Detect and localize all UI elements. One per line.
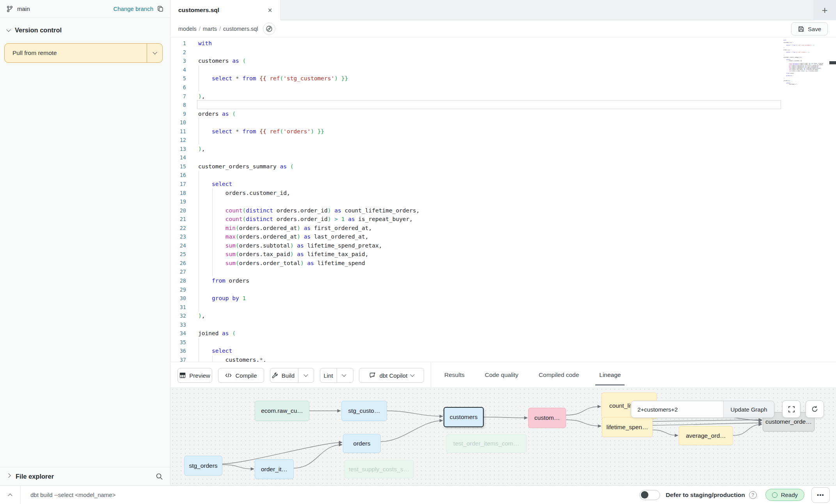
code-line[interactable]: 31 (170, 302, 836, 311)
help-icon[interactable]: ? (749, 491, 757, 499)
lineage-node-lifespend[interactable]: lifetime_spen… (602, 417, 653, 437)
lineage-node-ecom[interactable]: ecom.raw_cu… (255, 401, 309, 421)
fullscreen-button[interactable] (782, 400, 801, 418)
code-line[interactable]: customers.*, (783, 84, 823, 85)
code-line[interactable]: 27 (170, 267, 836, 276)
more-options-button[interactable]: ••• (811, 487, 830, 503)
build-button[interactable]: Build (270, 368, 314, 383)
pull-from-remote-label: Pull from remote (5, 50, 147, 57)
code-line[interactable]: 3customers as ( (170, 57, 836, 65)
code-line[interactable]: 5 select * from {{ ref('stg_customers') … (170, 74, 836, 83)
code-line[interactable]: 32), (170, 311, 836, 320)
tab-results[interactable]: Results (444, 363, 465, 387)
lint-dropdown-toggle[interactable] (337, 368, 351, 382)
defer-toggle[interactable] (639, 490, 660, 500)
code-line[interactable]: 28 from orders (170, 276, 836, 285)
code-line[interactable]: 15customer_orders_summary as ( (170, 162, 836, 171)
code-line[interactable]: 25 sum(orders.tax_paid) as lifetime_tax_… (170, 250, 836, 259)
code-text: joined as ( (783, 80, 791, 81)
code-line[interactable]: 22 min(orders.ordered_at) as first_order… (170, 223, 836, 232)
code-line[interactable]: 36 select (170, 347, 836, 355)
breadcrumb: models/marts/customers.sql (178, 26, 258, 32)
lineage-node-testsc[interactable]: test_supply_costs_s… (344, 460, 414, 478)
code-line[interactable]: 35 (170, 338, 836, 347)
code-line[interactable]: 23 max(orders.ordered_at) as last_ordere… (170, 232, 836, 241)
code-line[interactable]: 18 orders.customer_id, (170, 188, 836, 197)
tab-customers-sql[interactable]: customers.sql × (170, 0, 280, 20)
code-line[interactable]: 6 (170, 83, 836, 92)
code-line[interactable]: 16 (170, 171, 836, 180)
line-number: 16 (170, 172, 186, 178)
minimap[interactable]: withcustomers as ( select * from {{ ref(… (783, 40, 823, 164)
tab-lineage[interactable]: Lineage (598, 363, 621, 387)
lineage-node-stgcust[interactable]: stg_custo… (341, 401, 387, 421)
pull-dropdown-toggle[interactable] (147, 44, 162, 62)
code-line[interactable]: 10 (170, 118, 836, 127)
refresh-button[interactable] (806, 400, 824, 418)
copy-icon[interactable] (157, 5, 164, 12)
code-line[interactable]: 12 (170, 136, 836, 145)
code-line[interactable]: 7), (170, 92, 836, 101)
defer-label: Defer to staging/production (666, 492, 745, 499)
lineage-node-orders[interactable]: orders (343, 434, 381, 453)
compile-button[interactable]: Compile (218, 368, 264, 383)
code-line[interactable]: 34joined as ( (170, 329, 836, 338)
command-input[interactable]: dbt build --select <model_name> (30, 492, 639, 498)
code-line[interactable]: 21 count(distinct orders.order_id) > 1 a… (170, 215, 836, 224)
tab-code-quality[interactable]: Code quality (484, 363, 519, 387)
line-number: 30 (170, 295, 186, 301)
version-control-title: Version control (15, 27, 62, 34)
change-branch-link[interactable]: Change branch (113, 5, 153, 12)
scrollbar-thumb[interactable] (829, 61, 836, 64)
code-line[interactable]: 17 select (170, 180, 836, 189)
lineage-node-testoi[interactable]: test_order_items_com… (446, 434, 527, 453)
lineage-node-avgord[interactable]: average_ord… (679, 426, 733, 445)
dbt-copilot-button[interactable]: dbt Copilot (359, 368, 424, 383)
lineage-node-stgorders[interactable]: stg_orders (184, 456, 222, 476)
code-line[interactable]: 20 count(distinct orders.order_id) as co… (170, 206, 836, 215)
lineage-search-input[interactable]: 2+customers+2 (631, 401, 723, 417)
status-badge[interactable]: Ready (765, 489, 804, 501)
file-explorer-header[interactable]: File explorer (0, 467, 170, 485)
lint-button[interactable]: Lint (320, 368, 353, 383)
code-line[interactable]: 1with (170, 39, 836, 48)
code-line[interactable]: 24 sum(orders.subtotal) as lifetime_spen… (170, 241, 836, 250)
code-line[interactable]: sum(orders.order_total) as lifetime_spen… (783, 71, 823, 72)
lineage-panel[interactable]: ecom.raw_cu…stg_custo…customerscustom…co… (170, 387, 836, 485)
version-control-header[interactable]: Version control (0, 18, 170, 34)
code-line[interactable]: 14 (170, 153, 836, 162)
dbt-orb-icon[interactable] (263, 23, 275, 35)
code-line[interactable]: 33 (170, 320, 836, 329)
search-icon[interactable] (156, 473, 163, 480)
preview-button[interactable]: Preview (177, 368, 212, 383)
line-number: 28 (170, 278, 186, 284)
lineage-node-customers[interactable]: customers (444, 407, 484, 427)
new-tab-button[interactable]: + (813, 0, 836, 20)
tab-compiled-code[interactable]: Compiled code (538, 363, 580, 387)
code-line[interactable]: 13), (170, 145, 836, 154)
breadcrumb-segment[interactable]: marts (203, 26, 217, 32)
lineage-node-orderit[interactable]: order_it… (255, 459, 294, 479)
code-line[interactable]: 4 (170, 65, 836, 74)
breadcrumb-segment[interactable]: models (178, 26, 197, 32)
code-line[interactable]: 37 customers.*, (170, 355, 836, 362)
build-dropdown-toggle[interactable] (298, 368, 313, 382)
breadcrumb-segment[interactable]: customers.sql (223, 26, 258, 32)
collapse-panel-button[interactable] (0, 486, 21, 504)
pull-from-remote-button[interactable]: Pull from remote (4, 43, 163, 63)
close-icon[interactable]: × (268, 6, 272, 14)
code-text: customer_orders_summary as ( (198, 163, 293, 170)
code-line[interactable]: 26 sum(orders.order_total) as lifetime_s… (170, 259, 836, 268)
code-line[interactable]: 9orders as ( (170, 109, 836, 118)
code-line[interactable]: 19 (170, 197, 836, 206)
code-line[interactable]: 29 (170, 285, 836, 294)
lineage-edge (566, 420, 601, 426)
update-graph-button[interactable]: Update Graph (723, 401, 774, 417)
code-editor[interactable]: 1with23customers as (45 select * from {{… (170, 37, 836, 362)
lineage-node-custom[interactable]: custom… (528, 408, 566, 428)
code-line[interactable]: 11 select * from {{ ref('orders') }} (170, 127, 836, 136)
lineage-edge (733, 424, 762, 435)
code-line[interactable]: 2 (170, 48, 836, 57)
save-button[interactable]: Save (791, 22, 828, 35)
code-line[interactable]: 30 group by 1 (170, 294, 836, 303)
